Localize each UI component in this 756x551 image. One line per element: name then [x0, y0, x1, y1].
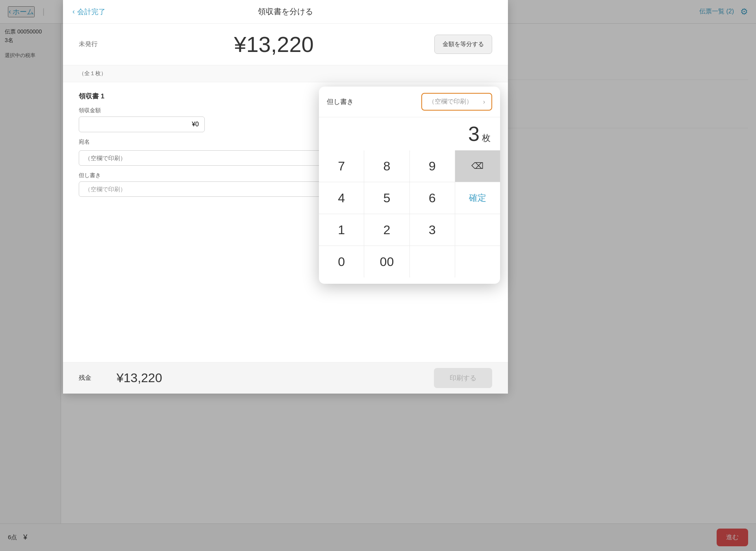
numpad-empty-3	[455, 246, 500, 277]
numpad-count-unit: 枚	[482, 132, 491, 144]
footer-remaining-amount: ¥13,220	[117, 371, 162, 385]
numpad-grid: 7 8 9 ⌫ 4 5 6 確定 1 2 3 0 00	[319, 150, 500, 277]
back-label: 会計完了	[77, 7, 106, 17]
modal-tabs: （全１枚）	[63, 65, 508, 82]
numpad-top-row: 但し書き （空欄で印刷） ›	[319, 87, 500, 117]
numpad-key-0[interactable]: 0	[319, 246, 364, 277]
numpad-key-8[interactable]: 8	[364, 150, 409, 182]
numpad-confirm-key[interactable]: 確定	[455, 182, 500, 214]
modal-footer: 残金 ¥13,220 印刷する	[63, 362, 508, 394]
numpad-key-1[interactable]: 1	[319, 214, 364, 246]
numpad-key-9[interactable]: 9	[410, 150, 455, 182]
numpad-key-3[interactable]: 3	[410, 214, 455, 246]
numpad-key-5[interactable]: 5	[364, 182, 409, 214]
zanzai-label: 残金	[79, 374, 91, 382]
amount-section: 未発行 ¥13,220 金額を等分する	[63, 24, 508, 65]
numpad-tadashigaki-label: 但し書き	[327, 97, 417, 106]
numpad-popup: 但し書き （空欄で印刷） › 3 枚 7 8 9 ⌫ 4 5 6 確定 1 2 …	[319, 87, 500, 284]
numpad-key-4[interactable]: 4	[319, 182, 364, 214]
print-button[interactable]: 印刷する	[434, 368, 492, 388]
back-chevron-icon: ‹	[72, 7, 75, 16]
numpad-delete-key[interactable]: ⌫	[455, 150, 500, 182]
numpad-key-6[interactable]: 6	[410, 182, 455, 214]
ryoshu-input[interactable]	[79, 116, 205, 132]
numpad-chevron-icon: ›	[483, 98, 485, 105]
amount-status-label: 未発行	[79, 40, 98, 48]
back-button[interactable]: ‹ 会計完了	[72, 7, 106, 17]
tab-count-label: （全１枚）	[79, 70, 106, 77]
numpad-empty-1	[455, 214, 500, 246]
numpad-empty-2	[410, 246, 455, 277]
numpad-count-number: 3	[468, 122, 480, 146]
modal-header: ‹ 会計完了 領収書を分ける	[63, 0, 508, 24]
numpad-value-text: （空欄で印刷）	[428, 98, 472, 106]
total-amount-display: ¥13,220	[113, 31, 434, 57]
numpad-key-7[interactable]: 7	[319, 150, 364, 182]
equal-split-button[interactable]: 金額を等分する	[434, 35, 492, 54]
atena-label: 宛名	[79, 139, 90, 146]
modal-title: 領収書を分ける	[258, 6, 313, 17]
numpad-count-row: 3 枚	[319, 117, 500, 150]
numpad-key-2[interactable]: 2	[364, 214, 409, 246]
numpad-value-button[interactable]: （空欄で印刷） ›	[421, 93, 492, 111]
numpad-key-00[interactable]: 00	[364, 246, 409, 277]
